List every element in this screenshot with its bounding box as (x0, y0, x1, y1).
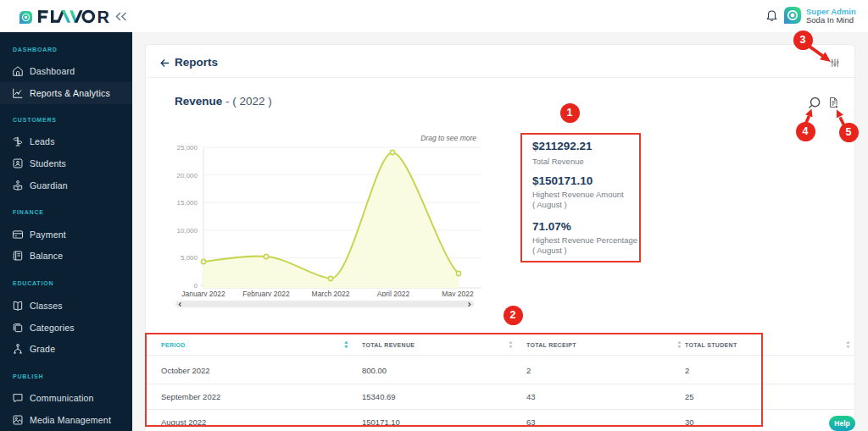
svg-text:20,000: 20,000 (177, 172, 198, 180)
svg-text:0: 0 (194, 282, 198, 290)
svg-text:15,000: 15,000 (177, 199, 198, 207)
svg-text:February 2022: February 2022 (242, 290, 290, 296)
svg-text:January 2022: January 2022 (181, 290, 225, 296)
svg-text:10,000: 10,000 (177, 227, 198, 235)
svg-text:March 2022: March 2022 (312, 290, 350, 296)
svg-text:May 2022: May 2022 (442, 290, 474, 296)
svg-text:April 2022: April 2022 (377, 290, 410, 296)
svg-text:R: R (97, 8, 110, 26)
svg-text:25,000: 25,000 (177, 144, 198, 152)
svg-text:5,000: 5,000 (181, 254, 198, 262)
